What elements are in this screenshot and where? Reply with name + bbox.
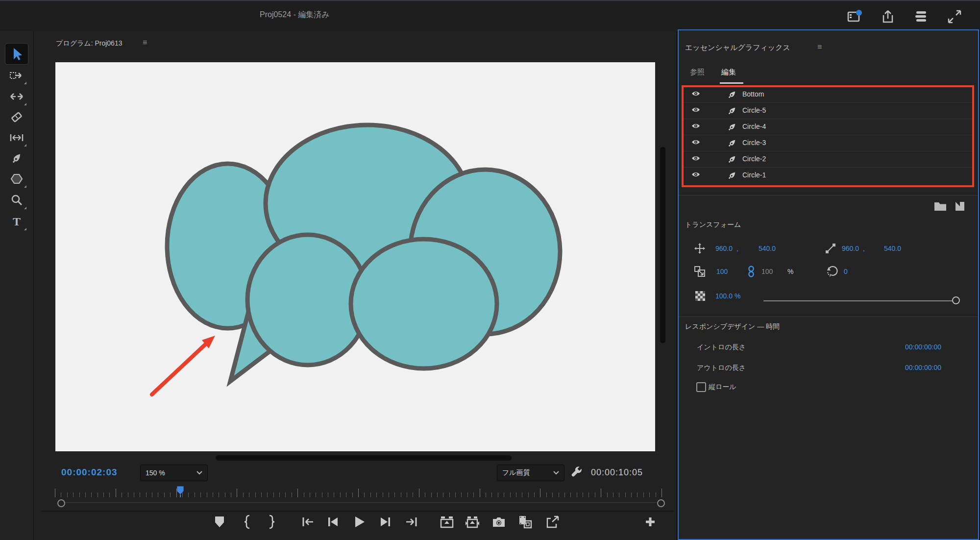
intro-duration-label: イントロの長さ — [697, 343, 746, 352]
go-to-in-button[interactable] — [299, 513, 317, 531]
ruler-major-tick — [540, 489, 540, 497]
timeline-zoom-handle-right[interactable] — [657, 499, 665, 507]
ruler-minor-tick — [128, 492, 128, 497]
layer-row-circle-1[interactable]: Circle-1 — [683, 167, 972, 183]
pen-tool-button[interactable] — [5, 148, 28, 169]
video-canvas[interactable] — [55, 62, 655, 451]
ruler-major-tick — [419, 489, 419, 497]
mark-in-button[interactable] — [239, 513, 256, 531]
ripple-edit-tool-icon — [9, 90, 24, 103]
extract-button[interactable] — [464, 513, 481, 531]
shape-tool-button[interactable] — [5, 169, 28, 189]
roll-checkbox[interactable] — [696, 382, 706, 392]
export-button[interactable] — [544, 513, 562, 531]
ruler-minor-tick — [546, 492, 547, 497]
essential-graphics-menu-icon[interactable]: ≡ — [817, 43, 822, 51]
button-editor-add-button[interactable] — [641, 513, 659, 531]
playhead[interactable] — [177, 486, 184, 500]
comparison-view-button[interactable] — [516, 513, 534, 531]
position-y-value[interactable]: 540.0 — [759, 245, 776, 252]
visibility-eye-icon[interactable] — [691, 123, 700, 131]
layer-row-circle-5[interactable]: Circle-5 — [683, 102, 972, 119]
canvas-vertical-scrollbar[interactable] — [660, 147, 665, 343]
opacity-value[interactable]: 100.0 % — [715, 292, 740, 300]
layer-row-circle-2[interactable]: Circle-2 — [683, 151, 972, 168]
flyout-indicator — [24, 103, 26, 105]
ruler-minor-tick — [564, 492, 565, 497]
tab-edit[interactable]: 編集 — [721, 68, 736, 77]
ruler-minor-tick — [67, 492, 68, 497]
layer-row-bottom[interactable]: Bottom — [683, 86, 972, 103]
ruler-minor-tick — [486, 492, 486, 497]
tab-browse[interactable]: 参照 — [690, 68, 705, 77]
current-timecode[interactable]: 00:00:02:03 — [61, 467, 118, 478]
export-frame-button[interactable] — [490, 513, 508, 531]
zoom-scroll-track[interactable] — [64, 502, 657, 503]
type-tool-button[interactable]: T — [5, 211, 28, 232]
visibility-eye-icon[interactable] — [691, 90, 700, 99]
canvas-horizontal-scrollbar[interactable] — [216, 455, 512, 461]
track-select-forward-tool-button[interactable] — [5, 65, 28, 86]
rotation-value[interactable]: 0 — [844, 268, 848, 275]
link-scale-icon[interactable] — [748, 266, 755, 279]
ripple-edit-tool-button[interactable] — [5, 86, 28, 107]
timeline-zoom-handle-left[interactable] — [57, 499, 65, 507]
new-folder-button[interactable] — [934, 201, 947, 214]
visibility-eye-icon[interactable] — [691, 171, 700, 180]
ruler-minor-tick — [383, 492, 383, 497]
new-layer-button[interactable] — [954, 200, 966, 214]
fullscreen-icon[interactable] — [946, 8, 963, 25]
flyout-indicator — [24, 144, 26, 147]
outro-duration-value[interactable]: 00:00:00:00 — [905, 364, 941, 371]
timeline-ruler[interactable] — [55, 488, 662, 498]
razor-tool-button[interactable] — [5, 107, 28, 127]
ruler-minor-tick — [619, 492, 619, 497]
layer-name: Circle-2 — [742, 155, 766, 163]
go-to-out-button[interactable] — [403, 513, 420, 531]
intro-duration-value[interactable]: 00:00:00:00 — [905, 343, 941, 351]
pen-tool-icon — [10, 151, 24, 165]
opacity-slider-track[interactable] — [763, 300, 956, 301]
position-x-value[interactable]: 960.0 — [715, 245, 733, 252]
ruler-minor-tick — [225, 492, 225, 497]
selection-tool-button[interactable] — [5, 44, 28, 64]
anchor-x-value[interactable]: 960.0 — [842, 245, 859, 252]
layer-row-circle-3[interactable]: Circle-3 — [683, 135, 972, 151]
ruler-minor-tick — [146, 492, 147, 497]
ruler-minor-tick — [643, 492, 644, 497]
slip-tool-button[interactable] — [5, 127, 28, 148]
ruler-major-tick — [55, 489, 55, 497]
play-button[interactable] — [350, 513, 368, 531]
ruler-minor-tick — [522, 492, 522, 497]
mark-out-button[interactable] — [263, 513, 280, 531]
workspace-icon[interactable] — [846, 8, 863, 25]
scale-y-value[interactable]: 100 — [761, 268, 773, 275]
transform-section-title: トランスフォーム — [685, 221, 741, 229]
scale-icon — [694, 266, 706, 279]
stacked-panels-icon[interactable] — [912, 8, 930, 25]
visibility-eye-icon[interactable] — [691, 155, 700, 164]
zoom-tool-button[interactable] — [5, 190, 28, 211]
ruler-minor-tick — [231, 492, 231, 497]
ruler-minor-tick — [625, 492, 626, 497]
ruler-minor-tick — [552, 492, 553, 497]
visibility-eye-icon[interactable] — [691, 106, 700, 115]
opacity-slider-handle[interactable] — [952, 296, 960, 304]
scale-x-value[interactable]: 100 — [716, 268, 728, 275]
fullscreen-icon-glyph — [946, 8, 963, 25]
share-icon[interactable] — [879, 8, 897, 25]
lift-button[interactable] — [438, 513, 456, 531]
program-panel-menu-icon[interactable]: ≡ — [143, 38, 147, 47]
ruler-minor-tick — [249, 492, 249, 497]
zoom-level-select[interactable]: 150 % — [140, 465, 208, 481]
step-forward-button[interactable] — [376, 513, 394, 531]
playback-quality-select[interactable]: フル画質 — [497, 465, 564, 481]
tools-panel: T — [0, 31, 34, 540]
layer-row-circle-4[interactable]: Circle-4 — [683, 119, 972, 135]
comma-separator: , — [863, 245, 865, 252]
visibility-eye-icon[interactable] — [691, 139, 700, 147]
step-back-button[interactable] — [324, 513, 342, 531]
settings-wrench-button[interactable] — [570, 466, 584, 480]
add-marker-button[interactable] — [211, 513, 228, 531]
anchor-y-value[interactable]: 540.0 — [884, 245, 901, 252]
